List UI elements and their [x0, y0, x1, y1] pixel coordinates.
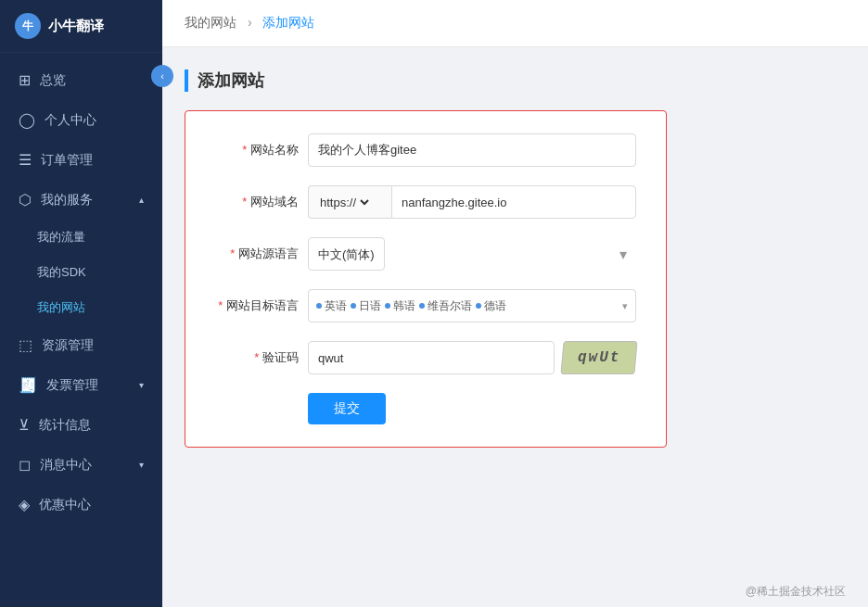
form-submit-row: 提交 [308, 393, 636, 424]
sidebar-item-stats-label: 统计信息 [39, 417, 91, 434]
sidebar-item-orders-label: 订单管理 [41, 152, 93, 169]
tag-german-label: 德语 [484, 298, 506, 314]
captcha-input[interactable] [308, 341, 555, 374]
tag-japanese-label: 日语 [359, 298, 381, 314]
sidebar-item-resources-label: 资源管理 [42, 337, 94, 354]
form-row-target-langs: 网站目标语言 英语 日语 韩语 [215, 289, 636, 322]
sidebar-item-my-sdk[interactable]: 我的SDK [0, 255, 162, 290]
sidebar-item-promo-label: 优惠中心 [39, 497, 91, 513]
breadcrumb-parent[interactable]: 我的网站 [185, 15, 236, 30]
orders-icon: ☰ [19, 151, 32, 169]
form-row-captcha: 验证码 qwUt [215, 341, 636, 374]
sidebar: 牛 小牛翻译 ‹ ⊞ 总览 ◯ 个人中心 ☰ 订单管理 ⬡ 我的服务 ▴ 我的流… [0, 0, 162, 607]
sidebar-item-my-site[interactable]: 我的网站 [0, 290, 162, 325]
sidebar-item-overview[interactable]: ⊞ 总览 [0, 60, 162, 100]
protocol-select[interactable]: https:// http:// [308, 185, 391, 219]
sidebar-item-resources[interactable]: ⬚ 资源管理 [0, 325, 162, 365]
sidebar-item-invoices-label: 发票管理 [46, 377, 98, 394]
watermark-text: @稀土掘金技术社区 [746, 585, 846, 598]
breadcrumb-separator: › [248, 15, 252, 30]
messages-icon: ◻ [19, 456, 31, 474]
sidebar-item-messages[interactable]: ◻ 消息中心 ▾ [0, 445, 162, 485]
tag-dot [316, 303, 322, 309]
domain-input[interactable] [391, 185, 636, 219]
services-arrow-icon: ▴ [139, 195, 144, 205]
tag-dot [385, 303, 390, 309]
add-site-form: 网站名称 网站域名 https:// http:// [185, 110, 667, 448]
sidebar-item-orders[interactable]: ☰ 订单管理 [0, 140, 162, 180]
domain-label: 网站域名 [215, 194, 308, 210]
tag-english: 英语 [316, 298, 347, 314]
sidebar-item-services-label: 我的服务 [41, 192, 93, 209]
submit-button[interactable]: 提交 [308, 393, 386, 424]
sidebar-nav: ⊞ 总览 ◯ 个人中心 ☰ 订单管理 ⬡ 我的服务 ▴ 我的流量 我的SDK 我… [0, 53, 162, 607]
source-lang-select[interactable]: 中文(简体) 中文(繁体) 英语 [308, 237, 385, 271]
breadcrumb-current: 添加网站 [262, 15, 314, 30]
sidebar-item-profile[interactable]: ◯ 个人中心 [0, 100, 162, 140]
overview-icon: ⊞ [19, 71, 31, 89]
promo-icon: ◈ [19, 496, 30, 513]
page-body: 添加网站 网站名称 网站域名 https:// http:// [162, 47, 868, 576]
sidebar-item-profile-label: 个人中心 [45, 112, 96, 129]
tag-uyghur-label: 维吾尔语 [428, 298, 472, 314]
stats-icon: ⊻ [19, 416, 30, 434]
app-title: 小牛翻译 [48, 18, 104, 35]
tag-japanese: 日语 [351, 298, 381, 314]
captcha-image[interactable]: qwUt [560, 341, 637, 374]
logo-text: 牛 [22, 19, 33, 34]
sidebar-item-my-site-label: 我的网站 [37, 299, 85, 316]
site-name-label: 网站名称 [215, 142, 308, 158]
sidebar-item-my-flow[interactable]: 我的流量 [0, 220, 162, 255]
tag-german: 德语 [476, 298, 506, 314]
footer-watermark: @稀土掘金技术社区 [162, 576, 868, 607]
sidebar-item-my-sdk-label: 我的SDK [37, 264, 86, 281]
invoices-arrow-icon: ▾ [139, 380, 144, 390]
tag-english-label: 英语 [325, 298, 347, 314]
invoices-icon: 🧾 [19, 376, 37, 394]
tag-dot [351, 303, 356, 309]
messages-arrow-icon: ▾ [139, 460, 144, 470]
tag-uyghur: 维吾尔语 [419, 298, 472, 314]
sidebar-collapse-button[interactable]: ‹ [151, 65, 173, 87]
sidebar-item-my-flow-label: 我的流量 [37, 229, 85, 246]
form-row-domain: 网站域名 https:// http:// [215, 185, 636, 219]
tag-dot [476, 303, 481, 309]
tag-dot [419, 303, 425, 309]
sidebar-header: 牛 小牛翻译 [0, 0, 162, 53]
form-row-site-name: 网站名称 [215, 133, 636, 167]
sidebar-item-promo[interactable]: ◈ 优惠中心 [0, 485, 162, 525]
resources-icon: ⬚ [19, 336, 32, 354]
source-lang-label: 网站源语言 [215, 246, 308, 262]
domain-input-group: https:// http:// [308, 185, 636, 219]
tag-korean-label: 韩语 [393, 298, 415, 314]
tag-chevron-icon: ▾ [622, 300, 628, 312]
logo-icon: 牛 [15, 13, 41, 39]
services-icon: ⬡ [19, 191, 32, 209]
breadcrumb: 我的网站 › 添加网站 [162, 0, 868, 47]
sidebar-item-invoices[interactable]: 🧾 发票管理 ▾ [0, 365, 162, 405]
sidebar-item-messages-label: 消息中心 [40, 457, 92, 474]
site-name-input[interactable] [308, 133, 636, 167]
sidebar-item-stats[interactable]: ⊻ 统计信息 [0, 405, 162, 445]
main-content: 我的网站 › 添加网站 添加网站 网站名称 网站域名 https:// http… [162, 0, 868, 607]
profile-icon: ◯ [19, 111, 35, 129]
protocol-dropdown[interactable]: https:// http:// [316, 195, 372, 210]
sidebar-item-services[interactable]: ⬡ 我的服务 ▴ [0, 180, 162, 220]
captcha-label: 验证码 [215, 349, 308, 366]
page-title: 添加网站 [185, 70, 846, 92]
captcha-display-text: qwUt [578, 349, 620, 366]
form-row-source-lang: 网站源语言 中文(简体) 中文(繁体) 英语 [215, 237, 636, 271]
target-lang-tags[interactable]: 英语 日语 韩语 维吾尔语 [308, 289, 636, 322]
captcha-input-group: qwUt [308, 341, 636, 374]
target-lang-label: 网站目标语言 [215, 297, 308, 314]
tag-korean: 韩语 [385, 298, 415, 314]
source-lang-select-wrapper: 中文(简体) 中文(繁体) 英语 [308, 237, 636, 271]
sidebar-item-overview-label: 总览 [40, 72, 66, 89]
